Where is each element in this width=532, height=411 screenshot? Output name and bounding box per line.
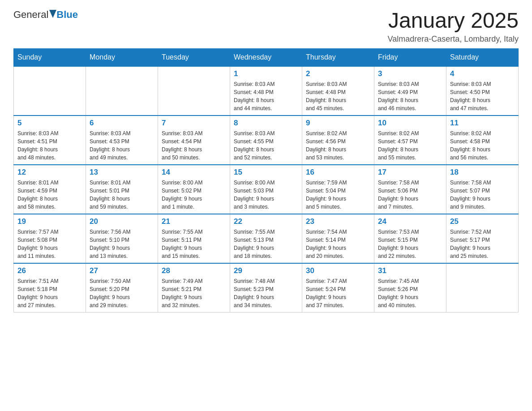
calendar-cell: 21Sunrise: 7:55 AMSunset: 5:11 PMDayligh… [158,214,230,263]
logo-blue-text: Blue [56,9,78,21]
col-monday: Monday [86,48,158,66]
calendar-cell: 24Sunrise: 7:53 AMSunset: 5:15 PMDayligh… [374,214,446,263]
day-info: Sunrise: 7:48 AMSunset: 5:23 PMDaylight:… [234,277,298,309]
calendar-cell: 31Sunrise: 7:45 AMSunset: 5:26 PMDayligh… [374,263,446,313]
day-info: Sunrise: 8:01 AMSunset: 5:01 PMDaylight:… [90,179,154,211]
day-number: 6 [90,119,154,128]
calendar-cell: 9Sunrise: 8:02 AMSunset: 4:56 PMDaylight… [302,116,374,165]
day-info: Sunrise: 8:03 AMSunset: 4:54 PMDaylight:… [162,129,226,162]
col-thursday: Thursday [302,48,374,66]
calendar-cell: 30Sunrise: 7:47 AMSunset: 5:24 PMDayligh… [302,263,374,313]
page-header: General Blue January 2025 Valmadrera-Cas… [13,9,519,44]
calendar-header-row: Sunday Monday Tuesday Wednesday Thursday… [14,48,519,66]
calendar-cell: 2Sunrise: 8:03 AMSunset: 4:48 PMDaylight… [302,66,374,116]
month-title: January 2025 [388,9,519,33]
day-number: 21 [162,217,226,226]
calendar-cell: 22Sunrise: 7:55 AMSunset: 5:13 PMDayligh… [230,214,302,263]
calendar-cell: 4Sunrise: 8:03 AMSunset: 4:50 PMDaylight… [446,66,519,116]
day-info: Sunrise: 8:03 AMSunset: 4:53 PMDaylight:… [90,129,154,162]
day-info: Sunrise: 7:54 AMSunset: 5:14 PMDaylight:… [306,228,370,260]
day-info: Sunrise: 7:45 AMSunset: 5:26 PMDaylight:… [378,277,442,309]
day-number: 12 [17,168,82,177]
day-number: 5 [17,119,82,128]
calendar-cell: 29Sunrise: 7:48 AMSunset: 5:23 PMDayligh… [230,263,302,313]
day-info: Sunrise: 7:57 AMSunset: 5:08 PMDaylight:… [17,228,82,260]
col-saturday: Saturday [446,48,519,66]
day-info: Sunrise: 7:55 AMSunset: 5:13 PMDaylight:… [234,228,298,260]
logo: General Blue [13,9,78,21]
calendar-cell: 27Sunrise: 7:50 AMSunset: 5:20 PMDayligh… [86,263,158,313]
day-number: 7 [162,119,226,128]
location-subtitle: Valmadrera-Caserta, Lombardy, Italy [388,34,519,44]
day-info: Sunrise: 8:03 AMSunset: 4:48 PMDaylight:… [234,80,298,112]
day-number: 14 [162,168,226,177]
day-number: 10 [378,119,442,128]
calendar-cell: 1Sunrise: 8:03 AMSunset: 4:48 PMDaylight… [230,66,302,116]
calendar-cell: 15Sunrise: 8:00 AMSunset: 5:03 PMDayligh… [230,165,302,214]
day-number: 18 [450,168,515,177]
calendar-cell: 23Sunrise: 7:54 AMSunset: 5:14 PMDayligh… [302,214,374,263]
day-number: 4 [450,69,515,78]
calendar-cell [86,66,158,116]
calendar-cell: 13Sunrise: 8:01 AMSunset: 5:01 PMDayligh… [86,165,158,214]
day-number: 22 [234,217,298,226]
day-info: Sunrise: 8:00 AMSunset: 5:03 PMDaylight:… [234,179,298,211]
day-info: Sunrise: 8:03 AMSunset: 4:51 PMDaylight:… [17,129,82,162]
calendar-cell: 5Sunrise: 8:03 AMSunset: 4:51 PMDaylight… [14,116,86,165]
logo-general-text: General [13,9,56,21]
day-number: 31 [378,266,442,275]
calendar-cell: 28Sunrise: 7:49 AMSunset: 5:21 PMDayligh… [158,263,230,313]
calendar-cell: 8Sunrise: 8:03 AMSunset: 4:55 PMDaylight… [230,116,302,165]
calendar-cell: 17Sunrise: 7:58 AMSunset: 5:06 PMDayligh… [374,165,446,214]
day-number: 30 [306,266,370,275]
day-info: Sunrise: 7:47 AMSunset: 5:24 PMDaylight:… [306,277,370,309]
day-info: Sunrise: 7:53 AMSunset: 5:15 PMDaylight:… [378,228,442,260]
day-number: 9 [306,119,370,128]
calendar-cell: 20Sunrise: 7:56 AMSunset: 5:10 PMDayligh… [86,214,158,263]
col-tuesday: Tuesday [158,48,230,66]
calendar-cell: 26Sunrise: 7:51 AMSunset: 5:18 PMDayligh… [14,263,86,313]
day-number: 29 [234,266,298,275]
calendar-cell: 11Sunrise: 8:02 AMSunset: 4:58 PMDayligh… [446,116,519,165]
calendar-cell [446,263,519,313]
day-info: Sunrise: 7:50 AMSunset: 5:20 PMDaylight:… [90,277,154,309]
day-number: 25 [450,217,515,226]
day-number: 3 [378,69,442,78]
day-info: Sunrise: 8:02 AMSunset: 4:57 PMDaylight:… [378,129,442,162]
week-row-3: 12Sunrise: 8:01 AMSunset: 4:59 PMDayligh… [14,165,519,214]
col-friday: Friday [374,48,446,66]
calendar-cell: 7Sunrise: 8:03 AMSunset: 4:54 PMDaylight… [158,116,230,165]
day-info: Sunrise: 8:02 AMSunset: 4:58 PMDaylight:… [450,129,515,162]
day-number: 19 [17,217,82,226]
day-info: Sunrise: 7:59 AMSunset: 5:04 PMDaylight:… [306,179,370,211]
day-number: 11 [450,119,515,128]
svg-marker-0 [49,10,56,18]
day-number: 23 [306,217,370,226]
calendar-cell [158,66,230,116]
day-number: 24 [378,217,442,226]
day-number: 8 [234,119,298,128]
col-wednesday: Wednesday [230,48,302,66]
day-info: Sunrise: 8:03 AMSunset: 4:48 PMDaylight:… [306,80,370,112]
day-info: Sunrise: 8:00 AMSunset: 5:02 PMDaylight:… [162,179,226,211]
day-info: Sunrise: 7:58 AMSunset: 5:07 PMDaylight:… [450,179,515,211]
week-row-5: 26Sunrise: 7:51 AMSunset: 5:18 PMDayligh… [14,263,519,313]
calendar-cell [14,66,86,116]
day-number: 2 [306,69,370,78]
day-info: Sunrise: 7:56 AMSunset: 5:10 PMDaylight:… [90,228,154,260]
day-number: 27 [90,266,154,275]
day-info: Sunrise: 7:52 AMSunset: 5:17 PMDaylight:… [450,228,515,260]
calendar-cell: 3Sunrise: 8:03 AMSunset: 4:49 PMDaylight… [374,66,446,116]
col-sunday: Sunday [14,48,86,66]
day-number: 28 [162,266,226,275]
day-info: Sunrise: 8:03 AMSunset: 4:55 PMDaylight:… [234,129,298,162]
calendar-cell: 19Sunrise: 7:57 AMSunset: 5:08 PMDayligh… [14,214,86,263]
day-number: 15 [234,168,298,177]
calendar-cell: 25Sunrise: 7:52 AMSunset: 5:17 PMDayligh… [446,214,519,263]
day-info: Sunrise: 8:03 AMSunset: 4:50 PMDaylight:… [450,80,515,112]
logo-arrow-icon [48,10,56,18]
week-row-2: 5Sunrise: 8:03 AMSunset: 4:51 PMDaylight… [14,116,519,165]
day-info: Sunrise: 7:58 AMSunset: 5:06 PMDaylight:… [378,179,442,211]
day-number: 17 [378,168,442,177]
day-number: 16 [306,168,370,177]
